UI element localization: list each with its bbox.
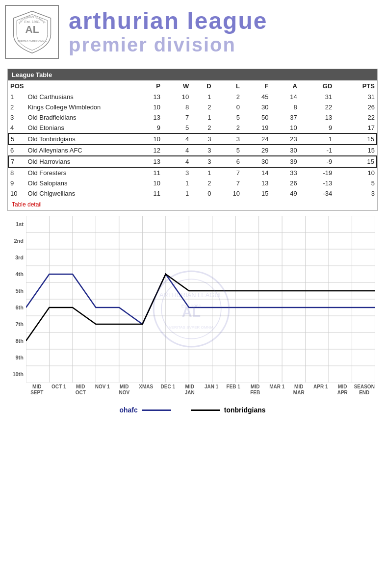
cell-l: 7 (213, 178, 242, 188)
cell-w: 1 (162, 178, 191, 188)
table-row: 10 Old Chigwellians 11 1 0 10 15 49 -34 … (8, 188, 377, 199)
cell-pts: 5 (334, 178, 377, 188)
chart-x-label: MIDJAN (179, 383, 201, 402)
legend-ohafc: ohafc (119, 406, 171, 414)
chart-x-label: FEB 1 (223, 383, 245, 402)
cell-d: 3 (191, 145, 213, 156)
col-header-l: L (213, 80, 242, 92)
cell-d: 3 (191, 133, 213, 145)
cell-pos: 9 (8, 178, 26, 188)
cell-f: 50 (242, 112, 270, 123)
col-header-d: D (191, 80, 213, 92)
cell-a: 37 (270, 112, 299, 123)
chart-x-label: MIDAPR (332, 383, 354, 402)
cell-w: 7 (162, 112, 191, 123)
svg-text:AL: AL (25, 24, 39, 35)
cell-l: 0 (213, 102, 242, 112)
chart-y-label: 9th (7, 349, 26, 366)
cell-name: Old Bradfieldians (26, 112, 133, 123)
table-row: 5 Old Tonbridgians 10 4 3 3 24 23 1 15 (8, 133, 377, 145)
col-header-gd: GD (299, 80, 334, 92)
cell-p: 13 (133, 92, 162, 102)
cell-pts: 31 (334, 92, 377, 102)
chart-x-label: MIDSEPT (26, 383, 48, 402)
cell-pts: 22 (334, 112, 377, 123)
legend-tonbridgians-label: tonbridgians (224, 406, 266, 414)
cell-pos: 7 (8, 156, 26, 167)
cell-gd: 13 (299, 112, 334, 123)
table-header-bar: League Table (8, 69, 377, 80)
cell-l: 5 (213, 145, 242, 156)
chart-x-label: MIDMAR (288, 383, 310, 402)
cell-pts: 17 (334, 123, 377, 133)
cell-pts: 3 (334, 188, 377, 199)
chart-x-label: DEC 1 (157, 383, 179, 402)
chart-section: 1st2nd3rd4th5th6th7th8th9th10th ARTHURIA… (7, 216, 378, 416)
cell-pos: 1 (8, 92, 26, 102)
cell-pts: 15 (334, 133, 377, 145)
cell-w: 4 (162, 145, 191, 156)
cell-l: 2 (213, 123, 242, 133)
cell-p: 9 (133, 123, 162, 133)
cell-pos: 3 (8, 112, 26, 123)
cell-w: 3 (162, 167, 191, 178)
cell-p: 10 (133, 178, 162, 188)
chart-x-label: OCT 1 (48, 383, 70, 402)
col-header-f: F (242, 80, 270, 92)
cell-p: 10 (133, 133, 162, 145)
cell-l: 10 (213, 188, 242, 199)
chart-x-label: MIDNOV (113, 383, 135, 402)
chart-y-label: 2nd (7, 232, 26, 249)
cell-gd: 9 (299, 123, 334, 133)
chart-y-label: 4th (7, 266, 26, 282)
title-line1: arthurian league (69, 8, 267, 34)
col-header-w: W (162, 80, 191, 92)
cell-gd: 22 (299, 102, 334, 112)
chart-x-label: MIDFEB (244, 383, 266, 402)
cell-pos: 4 (8, 123, 26, 133)
svg-text:Est. 1961: Est. 1961 (24, 19, 40, 24)
chart-y-label: 10th (7, 366, 26, 383)
table-row: 8 Old Foresters 11 3 1 7 14 33 -19 10 (8, 167, 377, 178)
cell-pts: 15 (334, 156, 377, 167)
cell-name: Old Foresters (26, 167, 133, 178)
cell-w: 10 (162, 92, 191, 102)
cell-a: 33 (270, 167, 299, 178)
chart-legend: ohafc tonbridgians (7, 402, 378, 416)
cell-gd: -13 (299, 178, 334, 188)
table-row: 7 Old Harrovians 13 4 3 6 30 39 -9 15 (8, 156, 377, 167)
cell-p: 13 (133, 156, 162, 167)
cell-gd: -1 (299, 145, 334, 156)
chart-y-label: 1st (7, 216, 26, 232)
chart-y-label: 7th (7, 316, 26, 332)
table-row: 1 Old Carthusians 13 10 1 2 45 14 31 31 (8, 92, 377, 102)
cell-pts: 26 (334, 102, 377, 112)
page-header: AL Est. 1961 VERITAS SVPER OMNIA ARTHURI… (0, 0, 385, 61)
cell-p: 12 (133, 145, 162, 156)
cell-w: 4 (162, 156, 191, 167)
cell-pts: 15 (334, 145, 377, 156)
cell-name: Old Salopians (26, 178, 133, 188)
cell-f: 15 (242, 188, 270, 199)
cell-d: 2 (191, 178, 213, 188)
cell-p: 10 (133, 102, 162, 112)
chart-x-label: XMAS (135, 383, 157, 402)
table-detail-link[interactable]: Table detail (8, 199, 377, 210)
table-row: 4 Old Etonians 9 5 2 2 19 10 9 17 (8, 123, 377, 133)
chart-y-labels: 1st2nd3rd4th5th6th7th8th9th10th (7, 216, 26, 383)
cell-name: Old Alleynians AFC (26, 145, 133, 156)
chart-x-label: NOV 1 (92, 383, 114, 402)
cell-name: Old Chigwellians (26, 188, 133, 199)
cell-name: Kings College Wimbledon (26, 102, 133, 112)
legend-ohafc-label: ohafc (119, 406, 137, 414)
cell-w: 5 (162, 123, 191, 133)
cell-w: 1 (162, 188, 191, 199)
legend-tonbridgians: tonbridgians (191, 406, 266, 414)
cell-pos: 6 (8, 145, 26, 156)
legend-tonbridgians-line (191, 409, 220, 411)
legend-ohafc-line (142, 409, 171, 411)
cell-gd: -19 (299, 167, 334, 178)
cell-gd: -34 (299, 188, 334, 199)
page-title-block: arthurian league premier division (69, 8, 267, 56)
chart-x-label: MAR 1 (266, 383, 288, 402)
